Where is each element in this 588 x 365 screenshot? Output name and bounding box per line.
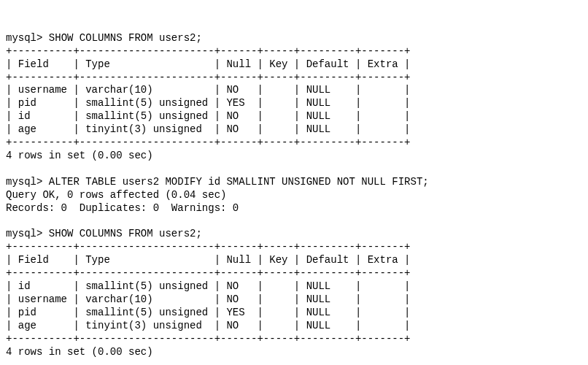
mysql-terminal: mysql> SHOW COLUMNS FROM users2; +------… [6, 32, 582, 359]
result-table-2: +----------+----------------------+-----… [6, 241, 411, 357]
sql-command: SHOW COLUMNS FROM users2; [49, 228, 202, 239]
mysql-prompt: mysql> [6, 176, 42, 188]
query-ok-line: Query OK, 0 rows affected (0.04 sec) [6, 189, 226, 201]
sql-command: ALTER TABLE users2 MODIFY id SMALLINT UN… [49, 176, 429, 188]
result-table-1: +----------+----------------------+-----… [6, 45, 411, 161]
mysql-prompt: mysql> [6, 228, 42, 239]
mysql-prompt: mysql> [6, 32, 42, 44]
records-line: Records: 0 Duplicates: 0 Warnings: 0 [6, 202, 239, 214]
sql-command: SHOW COLUMNS FROM users2; [49, 32, 202, 44]
